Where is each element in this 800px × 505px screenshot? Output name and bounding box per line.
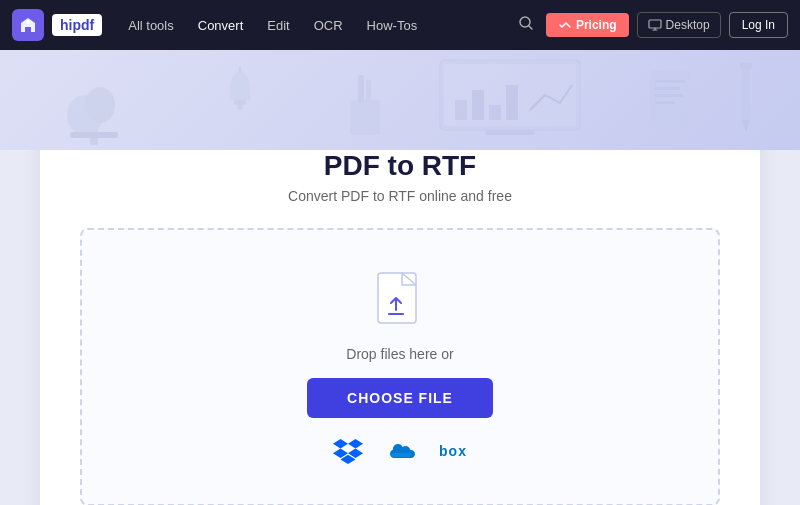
svg-rect-20 [485,130,535,135]
box-icon[interactable]: box [439,443,467,459]
svg-point-8 [237,104,243,110]
page-title: PDF to RTF [80,150,720,182]
svg-marker-27 [742,120,750,132]
nav-links: All tools Convert Edit OCR How-Tos [118,12,514,39]
hipdf-logo[interactable]: hipdf [52,14,102,36]
svg-rect-11 [358,75,364,103]
desktop-button[interactable]: Desktop [637,12,721,38]
svg-rect-19 [506,85,518,120]
cloud-storage-icons: box [333,438,467,464]
login-button[interactable]: Log In [729,12,788,38]
svg-rect-25 [655,101,675,104]
page-subtitle: Convert PDF to RTF online and free [80,188,720,204]
nav-edit[interactable]: Edit [257,12,299,39]
pricing-button[interactable]: Pricing [546,13,629,37]
svg-rect-2 [649,20,661,28]
navbar: hipdf All tools Convert Edit OCR How-Tos… [0,0,800,50]
svg-rect-6 [70,132,118,138]
onedrive-icon[interactable] [383,438,419,464]
choose-file-button[interactable]: CHOOSE FILE [307,378,493,418]
svg-marker-13 [358,70,361,75]
svg-rect-10 [350,100,380,135]
svg-rect-28 [740,63,752,69]
svg-point-0 [26,20,30,24]
nav-all-tools[interactable]: All tools [118,12,184,39]
drop-zone[interactable]: Drop files here or CHOOSE FILE [80,228,720,505]
svg-rect-23 [655,87,680,90]
wondershare-logo[interactable] [12,9,44,41]
dropbox-icon[interactable] [333,438,363,464]
svg-rect-22 [655,80,685,83]
drop-text: Drop files here or [346,346,453,362]
hero-background [0,50,800,150]
hipdf-label: hipdf [60,17,94,33]
upload-icon [375,270,425,330]
hero-decorations [0,50,800,150]
converter-card: PDF to RTF Convert PDF to RTF online and… [40,120,760,505]
svg-rect-16 [455,100,467,120]
nav-right: Pricing Desktop Log In [514,11,788,39]
svg-rect-18 [489,105,501,120]
brand: hipdf [12,9,102,41]
svg-rect-24 [655,94,683,97]
svg-rect-12 [366,80,371,103]
search-icon[interactable] [514,11,538,39]
svg-rect-26 [742,65,750,120]
svg-rect-21 [650,70,690,125]
main-content: PDF to RTF Convert PDF to RTF online and… [0,150,800,505]
svg-point-5 [85,87,115,123]
svg-rect-30 [388,313,404,315]
nav-ocr[interactable]: OCR [304,12,353,39]
svg-rect-17 [472,90,484,120]
nav-how-tos[interactable]: How-Tos [357,12,428,39]
nav-convert[interactable]: Convert [188,12,254,39]
